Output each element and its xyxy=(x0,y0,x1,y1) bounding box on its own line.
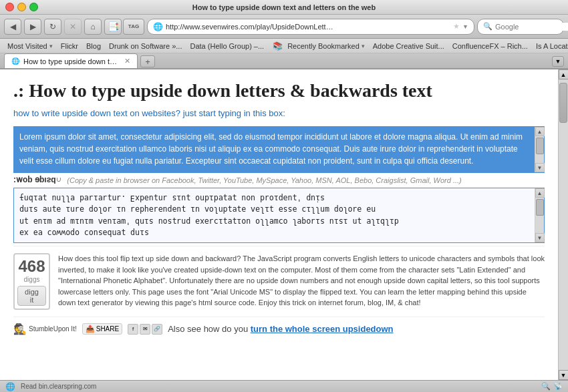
scrollbar-track2 xyxy=(535,198,544,233)
input-text-area[interactable]: Lorem ipsum dolor sit amet, consectetur … xyxy=(13,126,545,173)
dropdown-icon[interactable]: ▼ xyxy=(462,23,468,30)
url-input[interactable] xyxy=(166,23,450,31)
digg-count: 468 xyxy=(17,257,46,276)
star-icon[interactable]: ★ xyxy=(453,22,460,31)
share-button[interactable]: 📤 SHARE xyxy=(82,323,122,335)
bookmark-label: Drunk on Software »... xyxy=(109,42,182,50)
lorem-text[interactable]: Lorem ipsum dolor sit amet, consectetur … xyxy=(14,127,535,172)
status-bar: 🌐 Read bin.clearspring.com 🔍 📡 xyxy=(0,380,568,392)
info-section: 468 diggs digg it How does this tool fli… xyxy=(13,246,545,317)
flipped-line2: nǝ ǝɹolop ɯnllıɔ ǝssǝ ʇılǝʌ ǝʇɐʇdnloʌ uı… xyxy=(19,204,529,215)
window-title: How to type upside down text and letters… xyxy=(192,3,376,11)
zoom-icon[interactable]: 🔍 xyxy=(541,382,551,391)
share-label: SHARE xyxy=(96,325,119,333)
upside-down-section: :ʍop ǝpısd∩ (Copy & paste in browser on … xyxy=(13,176,545,185)
flipped-text-content: siup 'ʇuǝpıoɹd uou ʇɐʇɐdıdno ʇuıs ɹnʇuǝd… xyxy=(14,188,535,242)
bookmark-confluence[interactable]: ConfluenceFX – Rich... xyxy=(449,41,531,51)
digg-label: diggs xyxy=(17,276,46,283)
title-bar: How to type upside down text and letters… xyxy=(0,0,568,15)
bookmark-label: Most Visited xyxy=(7,42,47,50)
scrollbar-down-btn2[interactable]: ▼ xyxy=(535,233,545,242)
location-icon: 🌐 xyxy=(153,22,163,31)
digg-button[interactable]: digg it xyxy=(17,286,46,306)
tab-title: How to type upside down text and... xyxy=(23,57,120,65)
content-area: .: How to type upside down letters & bac… xyxy=(0,69,568,380)
bookmark-data-hello[interactable]: Data (Hello Group) –... xyxy=(186,41,267,51)
also-see-link[interactable]: turn the whole screen upsidedown xyxy=(251,324,394,334)
reload-button[interactable]: ↻ xyxy=(44,19,61,35)
scroll-tabs-right[interactable]: ▼ xyxy=(552,56,564,68)
forward-button[interactable]: ▶ xyxy=(24,19,41,35)
stop-button[interactable]: ✕ xyxy=(64,19,82,35)
also-see-text: Also see how do you turn the whole scree… xyxy=(168,324,393,334)
share-icon-1[interactable]: f xyxy=(128,324,138,335)
scrollbar-thumb[interactable] xyxy=(536,138,544,154)
tabs-bar: 🌐 How to type upside down text and... ✕ … xyxy=(0,53,568,69)
page-subtitle: how to write upside down text on website… xyxy=(13,108,545,118)
scrollbar-track-main xyxy=(559,79,568,370)
scrollbar-track xyxy=(535,136,544,163)
bookmark-drunk-software[interactable]: Drunk on Software »... xyxy=(106,41,185,51)
home-button[interactable]: ⌂ xyxy=(84,19,102,35)
minimize-button[interactable] xyxy=(17,3,26,11)
share-icon: 📤 xyxy=(86,325,95,333)
search-input[interactable] xyxy=(495,23,568,31)
new-tab-button[interactable]: + xyxy=(140,55,155,67)
scrollbar-up-btn2[interactable]: ▲ xyxy=(535,188,545,198)
share-icon-3[interactable]: 🔗 xyxy=(152,324,162,335)
share-icon-2[interactable]: ✉ xyxy=(140,324,150,335)
window-controls xyxy=(5,3,38,11)
flipped-line1: siup 'ʇuǝpıoɹd uou ʇɐʇɐdıdno ʇuıs ɹnʇuǝd… xyxy=(19,192,529,204)
bookmark-location[interactable]: Is A Location Indepe... xyxy=(533,41,568,51)
bookmark-label: Data (Hello Group) –... xyxy=(190,42,264,50)
share-bar: 🕵 StumbleUpon It! 📤 SHARE f ✉ 🔗 Also see… xyxy=(13,317,545,335)
page-title: .: How to type upside down letters & bac… xyxy=(13,80,545,102)
rss-icon[interactable]: 📡 xyxy=(553,382,563,391)
bookmark-label: Is A Location Indepe... xyxy=(536,42,568,50)
toolbar: ◀ ▶ ↻ ✕ ⌂ 📑 TAG 🌐 ★ ▼ 🔍 ▼ xyxy=(0,15,568,39)
copy-paste-note: (Copy & paste in browser on Facebook, Tw… xyxy=(67,176,461,184)
share-icons: f ✉ 🔗 xyxy=(128,324,162,335)
tag-label: TAG xyxy=(128,23,139,29)
bookmark-label: ConfluenceFX – Rich... xyxy=(452,42,528,50)
chevron-down-icon: ▾ xyxy=(49,43,53,49)
scrollbar-thumb-main[interactable] xyxy=(559,83,567,123)
flipped-text-area[interactable]: siup 'ʇuǝpıoɹd uou ʇɐʇɐdıdno ʇuıs ɹnʇuǝd… xyxy=(13,188,545,243)
bookmark-recently[interactable]: Recently Bookmarked ▾ xyxy=(284,41,368,51)
flipped-line3: dılbılɐ ʇn ısıu sıɹoqɐl oɔɯɐllo uoıʇɐʇıɔ… xyxy=(19,216,529,227)
bookmark-icon-btn[interactable]: 📑 xyxy=(104,19,122,35)
digg-box: 468 diggs digg it xyxy=(13,253,50,310)
bookmark-label: Flickr xyxy=(61,42,78,50)
bookmark-label: Adobe Creative Suit... xyxy=(373,42,444,50)
flipped-line4: sınp ʇɐnbǝsuoɔ opowwoɔ ɐǝ xǝ xyxy=(19,227,529,238)
maximize-button[interactable] xyxy=(29,3,38,11)
scrollbar-thumb2[interactable] xyxy=(536,199,544,216)
address-bar[interactable]: 🌐 ★ ▼ xyxy=(147,19,474,35)
bookmark-most-visited[interactable]: Most Visited ▾ xyxy=(4,41,56,51)
search-bar[interactable]: 🔍 ▼ xyxy=(477,19,564,35)
tag-button[interactable]: TAG xyxy=(123,19,144,35)
scrollbar-up-arrow[interactable]: ▲ xyxy=(559,69,569,79)
active-tab[interactable]: 🌐 How to type upside down text and... ✕ xyxy=(4,53,138,68)
page-content: .: How to type upside down letters & bac… xyxy=(0,69,558,380)
close-button[interactable] xyxy=(5,3,14,11)
tab-close-button[interactable]: ✕ xyxy=(124,57,130,65)
main-scrollbar: ▲ ▼ xyxy=(558,69,568,380)
status-right: 🔍 📡 xyxy=(541,382,563,391)
info-text: How does this tool flip text up side dow… xyxy=(58,253,545,309)
bookmarks-bar: Most Visited ▾ Flickr Blog Drunk on Soft… xyxy=(0,39,568,53)
scrollbar-down-arrow[interactable]: ▼ xyxy=(559,370,569,380)
back-button[interactable]: ◀ xyxy=(4,19,21,35)
textarea-scrollbar: ▲ ▼ xyxy=(535,127,544,172)
scrollbar-up-btn[interactable]: ▲ xyxy=(535,127,545,136)
bookmark-blog[interactable]: Blog xyxy=(83,41,104,51)
upside-down-label: :ʍop ǝpısd∩ xyxy=(13,176,61,185)
search-icon: 🔍 xyxy=(483,22,492,31)
chevron-down-icon: ▾ xyxy=(362,43,365,49)
bookmark-label: Blog xyxy=(86,42,101,50)
also-see-label: Also see how do you xyxy=(168,324,251,334)
bookmark-flickr[interactable]: Flickr xyxy=(57,41,82,51)
stumble-label: StumbleUpon It! xyxy=(29,325,77,333)
bookmark-adobe[interactable]: Adobe Creative Suit... xyxy=(370,41,448,51)
scrollbar-down-btn[interactable]: ▼ xyxy=(535,163,545,172)
